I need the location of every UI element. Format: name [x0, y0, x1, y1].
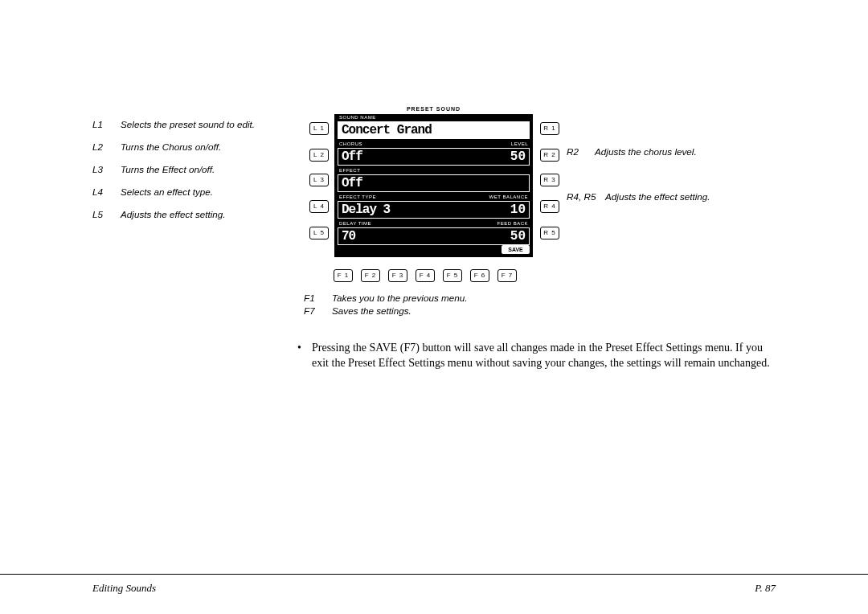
footer-rule	[0, 574, 868, 575]
bullet-icon: •	[297, 341, 312, 371]
effect-type-field: Delay 3 10	[338, 201, 530, 219]
delay-field: 70 50	[338, 227, 530, 245]
lcd-row-sound-name: SOUND NAME Concert Grand	[338, 116, 530, 140]
annotations-left: L1Selects the preset sound to edit. L2Tu…	[92, 119, 297, 231]
ann-l1: L1Selects the preset sound to edit.	[92, 119, 297, 130]
f-button-row: F 1 F 2 F 3 F 4 F 5 F 6 F 7	[334, 269, 517, 282]
button-f2: F 2	[361, 269, 380, 282]
button-f4: F 4	[416, 269, 435, 282]
effect-field: Off	[338, 174, 530, 192]
sound-name-field: Concert Grand	[338, 121, 530, 139]
diagram-area: PRESET SOUND SOUND NAME Concert Grand CH…	[92, 104, 776, 321]
ann-r2: R2Adjusts the chorus level.	[567, 146, 768, 158]
save-button: SAVE	[502, 245, 530, 254]
button-r2: R 2	[540, 149, 559, 162]
lcd-row-effect: EFFECT Off	[338, 169, 530, 193]
annotations-bottom: F1Takes you to the previous menu. F7Save…	[304, 293, 585, 318]
lcd-screen: PRESET SOUND SOUND NAME Concert Grand CH…	[334, 104, 533, 257]
button-r3: R 3	[540, 174, 559, 186]
button-r5: R 5	[540, 227, 559, 239]
button-l3: L 3	[309, 174, 329, 186]
button-f7: F 7	[497, 269, 517, 282]
footer-section-title: Editing Sounds	[92, 582, 156, 595]
body-text-content: Pressing the SAVE (F7) button will save …	[312, 341, 776, 371]
button-l1: L 1	[309, 122, 329, 135]
manual-page: PRESET SOUND SOUND NAME Concert Grand CH…	[0, 0, 868, 614]
button-f5: F 5	[443, 269, 462, 282]
ann-l3: L3Turns the Effect on/off.	[92, 164, 297, 175]
button-f1: F 1	[334, 269, 353, 282]
button-f3: F 3	[388, 269, 407, 282]
ann-f7: F7Saves the settings.	[304, 305, 585, 317]
ann-l5: L5Adjusts the effect setting.	[92, 209, 297, 220]
button-l5: L 5	[309, 227, 329, 239]
annotations-right: R2Adjusts the chorus level. R4, R5Adjust…	[567, 146, 768, 236]
chorus-field: Off 50	[338, 148, 530, 166]
lcd-row-effect-type: EFFECT TYPE WET BALANCE Delay 3 10	[338, 195, 530, 219]
button-l2: L 2	[309, 149, 329, 162]
body-paragraph: • Pressing the SAVE (F7) button will sav…	[297, 341, 776, 371]
ann-f1: F1Takes you to the previous menu.	[304, 293, 585, 304]
ann-l4: L4Selects an effect type.	[92, 186, 297, 198]
ann-l2: L2Turns the Chorus on/off.	[92, 141, 297, 153]
lcd-row-chorus: CHORUS LEVEL Off 50	[338, 142, 530, 166]
ann-r4r5: R4, R5Adjusts the effect setting.	[567, 191, 768, 203]
button-r1: R 1	[540, 122, 559, 135]
lcd-title: PRESET SOUND	[334, 104, 533, 114]
button-f6: F 6	[470, 269, 489, 282]
button-l4: L 4	[309, 200, 329, 213]
button-r4: R 4	[540, 200, 559, 213]
lcd-row-delay: DELAY TIME FEED BACK 70 50	[338, 222, 530, 246]
footer-page-number: P. 87	[755, 582, 776, 595]
